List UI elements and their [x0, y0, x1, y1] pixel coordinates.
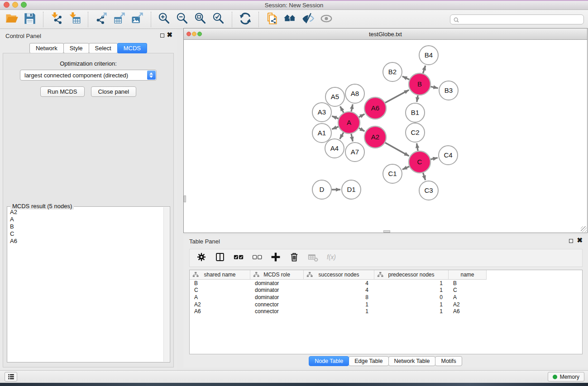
search-input[interactable]: [461, 15, 581, 24]
zoom-out-button[interactable]: [173, 11, 191, 28]
node-A1[interactable]: A1: [312, 124, 331, 143]
node-C2[interactable]: C2: [406, 123, 425, 142]
table-row[interactable]: A2connector11A2: [190, 301, 582, 308]
optimization-criterion-select[interactable]: largest connected component (directed): [20, 70, 157, 81]
tab-edge-table[interactable]: Edge Table: [349, 356, 388, 366]
run-mcds-button[interactable]: Run MCDS: [40, 86, 85, 97]
tab-select[interactable]: Select: [89, 43, 118, 53]
result-item[interactable]: A6: [8, 238, 163, 245]
vertical-scroll-indicator[interactable]: [184, 195, 186, 202]
column-header-predecessor-nodes[interactable]: predecessor nodes: [374, 270, 449, 280]
node-B3[interactable]: B3: [439, 81, 458, 100]
edge-A-A2[interactable]: [359, 128, 365, 131]
network-canvas[interactable]: AA1A2A3A4A5A6A7A8BB1B2B3B4CC1C2C3C4DD1: [184, 40, 587, 233]
resize-grip[interactable]: [581, 226, 587, 232]
node-C[interactable]: C: [409, 151, 430, 173]
tab-mcds[interactable]: MCDS: [117, 43, 147, 53]
node-D[interactable]: D: [312, 180, 331, 199]
result-item[interactable]: A: [8, 216, 163, 223]
table-row[interactable]: Bdominator41B: [190, 280, 582, 287]
settings-button[interactable]: [193, 251, 210, 265]
add-button[interactable]: [268, 251, 284, 265]
edge-A-A4[interactable]: [340, 133, 344, 139]
node-A8[interactable]: A8: [345, 84, 364, 103]
edge-C-C1[interactable]: [402, 167, 409, 170]
zoom-fit-button[interactable]: [191, 11, 210, 28]
node-D1[interactable]: D1: [342, 180, 361, 199]
edge-B-B1[interactable]: [417, 95, 418, 102]
tab-node-table[interactable]: Node Table: [309, 356, 349, 366]
result-item[interactable]: C: [8, 230, 163, 238]
export-table-button[interactable]: [110, 11, 129, 28]
node-A[interactable]: A: [338, 112, 360, 133]
hide-graphics-details-button[interactable]: [299, 11, 317, 28]
edge-A-A3[interactable]: [332, 116, 338, 119]
edge-A-A6[interactable]: [359, 114, 365, 117]
close-panel-button[interactable]: Close panel: [91, 86, 137, 97]
node-C1[interactable]: C1: [383, 164, 402, 183]
result-list-scrollbar[interactable]: [163, 207, 169, 362]
node-C3[interactable]: C3: [419, 181, 438, 200]
birds-eye-view-button[interactable]: [317, 11, 335, 28]
tab-motifs[interactable]: Motifs: [435, 356, 462, 366]
node-B4[interactable]: B4: [419, 46, 438, 65]
edge-A2-C[interactable]: [385, 143, 409, 156]
import-network-button[interactable]: [48, 11, 66, 28]
edge-B-B2[interactable]: [402, 76, 409, 80]
edge-A-A1[interactable]: [332, 127, 338, 129]
tab-network-table[interactable]: Network Table: [388, 356, 436, 366]
edge-C-C2[interactable]: [417, 143, 418, 151]
zoom-in-button[interactable]: [155, 11, 173, 28]
delete-button[interactable]: [286, 251, 302, 265]
table-row[interactable]: Adominator80A: [190, 294, 582, 301]
tab-style[interactable]: Style: [63, 43, 89, 53]
apply-layout-button[interactable]: [236, 11, 254, 28]
result-item[interactable]: A2: [8, 209, 163, 216]
export-image-button[interactable]: [129, 11, 147, 28]
edge-C-C4[interactable]: [430, 158, 437, 160]
select-all-button[interactable]: [230, 251, 247, 265]
zoom-selected-button[interactable]: [210, 11, 228, 28]
home-button[interactable]: [281, 11, 299, 28]
node-A3[interactable]: A3: [312, 103, 331, 122]
horizontal-scroll-indicator[interactable]: [383, 230, 390, 233]
edge-A6-B[interactable]: [385, 90, 409, 103]
save-session-button[interactable]: [21, 11, 39, 28]
duplicate-network-button[interactable]: [263, 11, 281, 28]
edge-B-B4[interactable]: [423, 66, 425, 73]
column-header-successor-nodes[interactable]: successor nodes: [304, 270, 374, 280]
column-header-mcds-role[interactable]: MCDS role: [250, 270, 304, 280]
node-B[interactable]: B: [409, 73, 430, 95]
column-header-shared-name[interactable]: shared name: [190, 270, 250, 280]
table-panel-float-icon[interactable]: [569, 239, 573, 243]
table-row[interactable]: A6connector11A6: [190, 308, 582, 315]
edge-B-B3[interactable]: [430, 86, 438, 88]
node-C4[interactable]: C4: [439, 146, 458, 165]
edge-A-A5[interactable]: [340, 106, 344, 113]
node-A6[interactable]: A6: [364, 97, 386, 119]
open-session-button[interactable]: [3, 11, 21, 28]
export-network-button[interactable]: [92, 11, 110, 28]
node-B2[interactable]: B2: [383, 62, 402, 81]
table-row[interactable]: Cdominator41C: [190, 287, 582, 294]
node-A5[interactable]: A5: [325, 87, 344, 106]
columns-button[interactable]: [212, 251, 228, 265]
control-panel-close-icon[interactable]: ✖: [167, 31, 172, 39]
task-history-button[interactable]: [5, 372, 17, 381]
result-item[interactable]: B: [8, 223, 163, 230]
deselect-all-button[interactable]: [249, 251, 265, 265]
edge-A-A7[interactable]: [351, 134, 353, 142]
node-A7[interactable]: A7: [345, 143, 364, 162]
table-panel-close-icon[interactable]: ✖: [577, 236, 583, 244]
column-header-name[interactable]: name: [449, 270, 487, 280]
node-A4[interactable]: A4: [325, 139, 344, 158]
control-panel-float-icon[interactable]: [160, 33, 164, 38]
tab-network[interactable]: Network: [29, 43, 64, 53]
memory-button[interactable]: Memory: [548, 372, 584, 381]
edge-C-C3[interactable]: [423, 173, 425, 180]
import-table-button[interactable]: [66, 11, 84, 28]
node-A2[interactable]: A2: [364, 126, 386, 148]
search-field[interactable]: [450, 14, 584, 24]
node-B1[interactable]: B1: [406, 103, 425, 122]
edge-A-A8[interactable]: [351, 105, 353, 112]
